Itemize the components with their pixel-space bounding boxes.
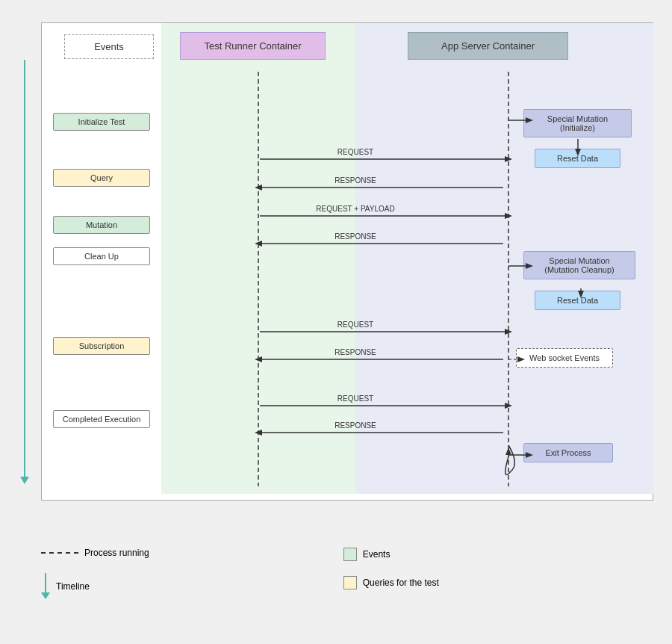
- events-header: Events: [64, 34, 154, 59]
- diagram-area: Events Test Runner Container App Server …: [41, 22, 653, 501]
- event-subscription: Subscription: [53, 337, 150, 355]
- event-mutation: Mutation: [53, 216, 150, 234]
- box-websocket-events: Web socket Events: [516, 348, 613, 368]
- legend-process-running: Process running: [41, 548, 149, 558]
- legend-queries-box: [343, 576, 357, 589]
- main-container: Events Test Runner Container App Server …: [0, 0, 672, 644]
- box-exit-process: Exit Process: [523, 443, 613, 462]
- timeline-arrow: [24, 60, 25, 478]
- legend-timeline: Timeline: [41, 573, 149, 599]
- box-reset-data-1: Reset Data: [535, 149, 620, 168]
- event-completed-execution: Completed Execution: [53, 410, 150, 428]
- legend-timeline-arrow: [41, 573, 50, 599]
- box-special-mutation-init: Special Mutation(Initialize): [523, 109, 632, 137]
- event-query: Query: [53, 169, 150, 187]
- legend-events-box: [343, 548, 357, 561]
- event-initialize-test: Initialize Test: [53, 113, 150, 131]
- legend-dashed-line: [41, 552, 78, 554]
- legend-right: Events Queries for the test: [343, 548, 439, 589]
- app-server-header: App Server Container: [408, 32, 568, 60]
- legend-queries: Queries for the test: [343, 576, 439, 589]
- box-special-mutation-cleanup: Special Mutation(Mutation Cleanup): [523, 251, 635, 279]
- legend-events: Events: [343, 548, 439, 561]
- test-runner-bg: [161, 23, 355, 494]
- event-cleanup: Clean Up: [53, 247, 150, 265]
- test-runner-header: Test Runner Container: [180, 32, 326, 60]
- legend: Process running Timeline Events: [41, 548, 653, 599]
- box-reset-data-2: Reset Data: [535, 291, 620, 310]
